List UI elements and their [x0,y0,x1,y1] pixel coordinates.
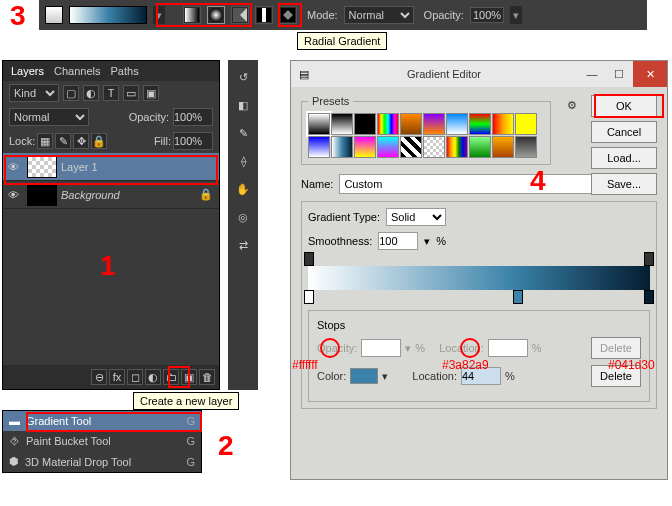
load-button[interactable]: Load... [591,147,657,169]
preset-swatch[interactable] [515,136,537,158]
preset-swatch[interactable] [308,136,330,158]
flyout-label: 3D Material Drop Tool [25,456,131,468]
tab-layers[interactable]: Layers [11,65,44,77]
preset-swatch[interactable] [469,136,491,158]
filter-smart-icon[interactable]: ▣ [143,85,159,101]
stop-location-input [488,339,528,357]
layer-fx-icon[interactable]: fx [109,369,125,385]
redcircle-stop2 [460,338,480,358]
annotation-4: 4 [530,165,546,197]
lock-label: Lock: [9,135,35,147]
layer-opacity-input[interactable] [173,108,213,126]
layer-mask-icon[interactable]: ◻ [127,369,143,385]
filter-shape-icon[interactable]: ▭ [123,85,139,101]
brush-icon[interactable]: ✎ [232,122,254,144]
hand-icon[interactable]: ✋ [232,178,254,200]
filter-pixel-icon[interactable]: ▢ [63,85,79,101]
opacity-input[interactable] [470,7,504,23]
history-brush-icon[interactable]: ↺ [232,66,254,88]
layer-blend-select[interactable]: Normal [9,108,89,126]
preset-swatch[interactable] [377,113,399,135]
redbox-gradient-preview [156,3,252,27]
preset-swatch[interactable] [308,113,330,135]
visibility-icon[interactable]: 👁 [3,189,23,201]
layer-opacity-label: Opacity: [129,111,169,123]
radial-gradient-tooltip: Radial Gradient [297,32,387,50]
gradient-editor-dialog: ▤ Gradient Editor — ☐ ✕ ⚙ Presets OK Can… [290,60,668,480]
layer-name[interactable]: Background [61,189,120,201]
annotation-3: 3 [10,0,26,32]
kind-filter[interactable]: Kind [9,84,59,102]
hex-1: #ffffff [292,358,318,372]
delete-layer-icon[interactable]: 🗑 [199,369,215,385]
reflected-gradient-button[interactable] [255,6,273,24]
title-bar[interactable]: ▤ Gradient Editor — ☐ ✕ [291,61,667,87]
tab-paths[interactable]: Paths [111,65,139,77]
hex-3: #041d30 [608,358,655,372]
lock-all-icon[interactable]: 🔒 [91,133,107,149]
smoothness-input[interactable] [378,232,418,250]
save-button[interactable]: Save... [591,173,657,195]
close-button[interactable]: ✕ [633,61,667,87]
color-stop-3[interactable] [644,290,654,304]
opacity-stop-right[interactable] [644,252,654,266]
preset-swatch[interactable] [331,136,353,158]
opacity-stop-left[interactable] [304,252,314,266]
preset-swatch[interactable] [423,113,445,135]
layer-row-background[interactable]: 👁 Background 🔒 [3,181,219,209]
flyout-3d-material[interactable]: ⬢ 3D Material Drop Tool G [3,451,201,472]
preset-swatch[interactable] [400,136,422,158]
preset-swatch[interactable] [492,113,514,135]
filter-adjust-icon[interactable]: ◐ [83,85,99,101]
redbox-newlayer [168,366,190,388]
preset-swatch[interactable] [469,113,491,135]
preset-swatch[interactable] [492,136,514,158]
lock-pixels-icon[interactable]: ✎ [55,133,71,149]
gradient-name-input[interactable] [339,174,601,194]
color-stop-1[interactable] [304,290,314,304]
preset-swatch[interactable] [377,136,399,158]
delete-opacity-stop: Delete [591,337,641,359]
opacity-dropdown[interactable]: ▾ [510,6,522,24]
lock-position-icon[interactable]: ✥ [73,133,89,149]
material-icon: ⬢ [9,455,19,468]
clone-icon[interactable]: ⟠ [232,150,254,172]
blend-mode-select[interactable]: Normal [344,6,414,24]
foreground-swatch[interactable] [45,6,63,24]
gradient-type-select[interactable]: Solid [386,208,446,226]
flyout-paint-bucket[interactable]: ⯑ Paint Bucket Tool G [3,431,201,451]
svg-rect-4 [262,8,266,22]
minimize-button[interactable]: — [579,68,605,80]
color-swatch[interactable] [350,368,378,384]
preset-swatch[interactable] [446,113,468,135]
maximize-button[interactable]: ☐ [605,68,633,81]
gradient-bar[interactable] [308,266,650,290]
gradient-type-label: Gradient Type: [308,211,380,223]
presets-menu-icon[interactable]: ⚙ [567,99,577,112]
cancel-button[interactable]: Cancel [591,121,657,143]
adjustment-layer-icon[interactable]: ◐ [145,369,161,385]
gradient-preview[interactable] [69,6,147,24]
shortcut: G [186,435,195,447]
preset-swatch[interactable] [331,113,353,135]
color-stop-2[interactable] [513,290,523,304]
preset-swatch[interactable] [354,113,376,135]
preset-swatch[interactable] [446,136,468,158]
preset-swatch[interactable] [354,136,376,158]
fill-input[interactable] [173,132,213,150]
redbox-ok [594,94,664,118]
swap-icon[interactable]: ⇄ [232,234,254,256]
lock-transparent-icon[interactable]: ▦ [37,133,53,149]
flyout-label: Paint Bucket Tool [26,435,111,447]
layer-thumbnail[interactable] [27,184,57,206]
filter-type-icon[interactable]: T [103,85,119,101]
bucket-icon[interactable]: ◧ [232,94,254,116]
tab-channels[interactable]: Channels [54,65,100,77]
cc-icon[interactable]: ◎ [232,206,254,228]
preset-swatch[interactable] [400,113,422,135]
stop-opacity-input [361,339,401,357]
link-layers-icon[interactable]: ⊖ [91,369,107,385]
pct-label: % [436,235,446,247]
preset-swatch[interactable] [515,113,537,135]
preset-swatch[interactable] [423,136,445,158]
